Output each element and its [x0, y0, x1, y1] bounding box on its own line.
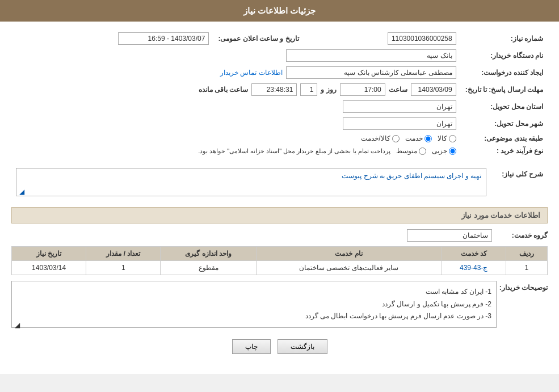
nofarayand-value-cell: جزیی متوسط پرداخت تمام یا بخشی از مبلغ خ…	[11, 145, 461, 157]
buyer-notes-row: توصیحات خریدار: 1- ایران کد مشابه است2- …	[11, 281, 548, 328]
buttons-row: بازگشت چاپ	[11, 339, 548, 354]
nofarayand-motavasset-label: متوسط	[396, 147, 417, 155]
resize-handle-icon: ◢	[18, 188, 24, 195]
tabaqe-kala-khedmat-label: کالا/خدمت	[361, 134, 390, 142]
buyer-notes-label: توصیحات خریدار:	[497, 281, 548, 292]
row-mohlat: مهلت ارسال پاسخ: تا تاریخ: 1403/03/09 سا…	[11, 81, 548, 98]
mohlat-roz-value: 1	[300, 83, 317, 96]
services-section-title: اطلاعات خدمات مورد نیاز	[11, 207, 548, 224]
page-title: جزئیات اطلاعات نیاز	[0, 0, 559, 22]
dastgah-value-cell: بانک سپه	[11, 47, 461, 64]
sharh-value-cell: تهیه و اجرای سیستم اطفای حریق به شرح پیو…	[11, 166, 491, 199]
nofarayand-jozi-label: جزیی	[432, 147, 447, 155]
ijad-row-flex: مصطفی عباسعلی کارشناس بانک سپه اطلاعات ت…	[16, 66, 456, 79]
tabaqe-khedmat-radio[interactable]	[424, 135, 432, 142]
row-tabaqe: طبقه بندی موضوعی: کالا خدمت	[11, 132, 548, 145]
tabaqe-kala-item: کالا	[438, 134, 456, 142]
nofarayand-motavasset-radio[interactable]	[419, 147, 426, 155]
cell-count: 1	[86, 261, 161, 275]
col-radif: ردیف	[506, 247, 547, 261]
dastgah-label: نام دستگاه خریدار:	[461, 47, 548, 64]
main-info-table: شماره نیاز: 1103001036000258 تاریخ و ساع…	[11, 30, 548, 157]
buyer-notes-box: 1- ایران کد مشابه است2- فرم پرسش بها تکم…	[11, 281, 497, 328]
tabaqe-value-cell: کالا خدمت کالا/خدمت	[11, 132, 461, 145]
tabaqe-label: طبقه بندی موضوعی:	[461, 132, 548, 145]
mohlat-saat-mande-label: ساعت باقی مانده	[199, 86, 249, 94]
tabaqe-kala-khedmat-item: کالا/خدمت	[361, 134, 399, 142]
ostan-value: تهران	[343, 100, 456, 113]
row-shomara-tarikh: شماره نیاز: 1103001036000258 تاریخ و ساع…	[11, 30, 548, 47]
nofarayand-label: نوع فرآیند خرید :	[461, 145, 548, 157]
ostan-label: استان محل تحویل:	[461, 98, 548, 115]
tabaqe-kala-khedmat-radio[interactable]	[392, 135, 400, 142]
sharh-description-box: تهیه و اجرای سیستم اطفای حریق به شرح پیو…	[16, 168, 486, 196]
services-table-head: ردیف کد خدمت نام خدمت واحد اندازه گیری ت…	[12, 247, 548, 261]
list-item: 2- فرم پرسش بها تکمیل و ارسال گردد	[16, 298, 491, 311]
services-header-row: ردیف کد خدمت نام خدمت واحد اندازه گیری ت…	[12, 247, 548, 261]
shomara-value-cell: 1103001036000258	[304, 30, 461, 47]
cell-unit: مقطوع	[161, 261, 256, 275]
group-service-value: ساختمان	[407, 229, 492, 242]
shomara-value: 1103001036000258	[388, 32, 456, 45]
row-ijad: ایجاد کننده درخواست: مصطفی عباسعلی کارشن…	[11, 64, 548, 81]
services-table-body: 1 ج-43-439 سایر فعالیت‌های تخصصی ساختمان…	[12, 261, 548, 275]
tabaqe-radio-group: کالا خدمت کالا/خدمت	[16, 134, 456, 142]
shahr-label: شهر محل تحویل:	[461, 115, 548, 132]
tabaqe-kala-radio[interactable]	[449, 135, 456, 142]
content-area: شماره نیاز: 1103001036000258 تاریخ و ساع…	[0, 22, 559, 374]
shomara-label: شماره نیاز:	[461, 30, 548, 47]
row-dastgah: نام دستگاه خریدار: بانک سپه	[11, 47, 548, 64]
mohlat-value-cell: 1403/03/09 ساعت 17:00 روز و 1 23:48:31 س…	[11, 81, 461, 98]
cell-date: 1403/03/14	[12, 261, 86, 275]
sharh-label: شرح کلی نیاز:	[491, 166, 548, 199]
tarikh-value: 1403/03/07 - 16:59	[118, 32, 209, 45]
mohlat-countdown: 23:48:31	[251, 83, 297, 96]
list-item: 3- در صورت عدم ارسال فرم پرسش بها درخواس…	[16, 310, 491, 323]
tabaqe-khedmat-item: خدمت	[405, 134, 432, 142]
row-nofarayand: نوع فرآیند خرید : جزیی متوسط	[11, 145, 548, 157]
col-code: کد خدمت	[442, 247, 506, 261]
tarikh-value-cell: 1403/03/07 - 16:59	[11, 30, 213, 47]
ostan-value-cell: تهران	[11, 98, 461, 115]
ijad-label: ایجاد کننده درخواست:	[461, 64, 548, 81]
ijad-contact-link[interactable]: اطلاعات تماس خریدار	[220, 69, 283, 77]
col-date: تاریخ نیاز	[12, 247, 86, 261]
dastgah-value: بانک سپه	[286, 49, 456, 62]
shahr-value-cell: تهران	[11, 115, 461, 132]
sharh-table: شرح کلی نیاز: تهیه و اجرای سیستم اطفای ح…	[11, 166, 548, 199]
back-button[interactable]: بازگشت	[278, 339, 327, 354]
mohlat-saat-value: 17:00	[340, 83, 385, 96]
buyer-notes-content: 1- ایران کد مشابه است2- فرم پرسش بها تکم…	[16, 286, 491, 323]
nofarayand-jozi-radio[interactable]	[449, 147, 456, 155]
tabaqe-khedmat-label: خدمت	[405, 134, 423, 142]
nofarayand-note: پرداخت تمام یا بخشی از مبلغ خریدار محل "…	[198, 147, 390, 155]
services-section: اطلاعات خدمات مورد نیاز گروه خدمت: ساختم…	[11, 207, 548, 275]
group-service-row: گروه خدمت: ساختمان	[11, 229, 548, 242]
table-row: 1 ج-43-439 سایر فعالیت‌های تخصصی ساختمان…	[12, 261, 548, 275]
nofarayand-jozi-item: جزیی	[432, 147, 456, 155]
ijad-value-cell: مصطفی عباسعلی کارشناس بانک سپه اطلاعات ت…	[11, 64, 461, 81]
cell-radif: 1	[506, 261, 547, 275]
mohlat-date-row: 1403/03/09 ساعت 17:00 روز و 1 23:48:31 س…	[16, 83, 456, 96]
services-table: ردیف کد خدمت نام خدمت واحد اندازه گیری ت…	[11, 246, 548, 275]
mohlat-label: مهلت ارسال پاسخ: تا تاریخ:	[461, 81, 548, 98]
cell-code: ج-43-439	[442, 261, 506, 275]
print-button[interactable]: چاپ	[232, 339, 271, 354]
col-count: تعداد / مقدار	[86, 247, 161, 261]
mohlat-date: 1403/03/09	[411, 83, 456, 96]
tabaqe-kala-label: کالا	[438, 134, 447, 142]
page-wrapper: جزئیات اطلاعات نیاز شماره نیاز: 11030010…	[0, 0, 559, 374]
sharh-row: شرح کلی نیاز: تهیه و اجرای سیستم اطفای ح…	[11, 166, 548, 199]
cell-name: سایر فعالیت‌های تخصصی ساختمان	[256, 261, 442, 275]
group-service-label: گروه خدمت:	[497, 231, 548, 239]
mohlat-roz-label: روز و	[321, 86, 336, 94]
mohlat-saat-label: ساعت	[389, 86, 407, 94]
nofarayand-radio-group: جزیی متوسط	[396, 147, 456, 155]
resize-handle-icon-2: ◢	[13, 319, 20, 326]
shahr-value: تهران	[343, 117, 456, 130]
nofarayand-row: جزیی متوسط پرداخت تمام یا بخشی از مبلغ خ…	[16, 147, 456, 155]
col-unit: واحد اندازه گیری	[161, 247, 256, 261]
col-name: نام خدمت	[256, 247, 442, 261]
row-shahr: شهر محل تحویل: تهران	[11, 115, 548, 132]
nofarayand-motavasset-item: متوسط	[396, 147, 426, 155]
